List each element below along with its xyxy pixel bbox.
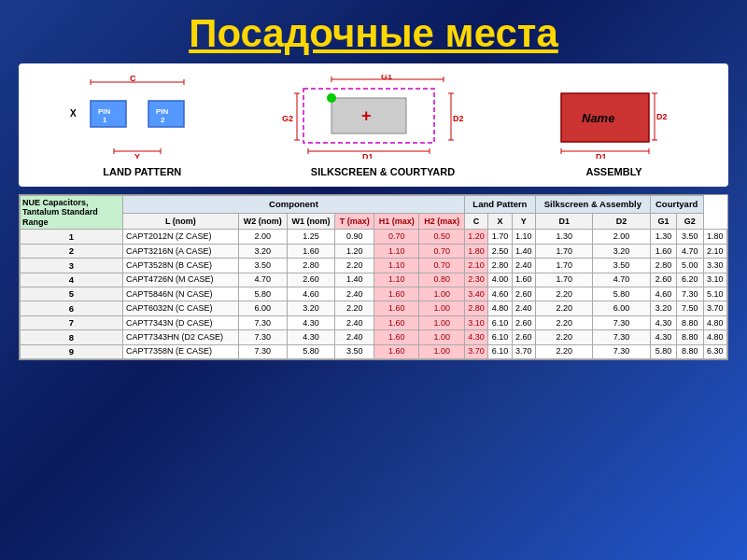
land-header: Land Pattern — [464, 196, 535, 214]
L-val: 2.00 — [238, 230, 287, 244]
W1-val: 2.40 — [335, 330, 374, 344]
W2-val: 4.60 — [287, 287, 335, 301]
svg-text:D2: D2 — [453, 114, 464, 123]
T-val: 0.70 — [374, 230, 419, 244]
C-val: 6.10 — [488, 330, 512, 344]
L-val: 7.30 — [238, 344, 287, 358]
D1-val: 3.20 — [593, 244, 650, 258]
row-number: 4 — [21, 273, 123, 287]
svg-text:C: C — [130, 75, 136, 83]
land-name: CAPT3216N (A CASE) — [123, 244, 239, 258]
Y-val: 1.70 — [535, 273, 592, 287]
L-val: 4.70 — [238, 273, 287, 287]
svg-text:G1: G1 — [381, 75, 392, 81]
land-pattern-diagram: X C Y PIN 1 PIN 2 LAND PATTERN — [63, 75, 221, 177]
D1-val: 3.50 — [593, 259, 650, 273]
T-val: 1.60 — [374, 330, 419, 344]
Y-val: 2.20 — [535, 330, 592, 344]
H2-val: 3.40 — [464, 287, 487, 301]
G1-val: 8.80 — [677, 315, 703, 329]
W1-val: 3.50 — [335, 344, 374, 358]
page-title: Посадочные места — [0, 0, 747, 63]
col-Y: Y — [512, 213, 535, 230]
col-G2: G2 — [677, 213, 703, 230]
H1-val: 1.00 — [419, 301, 464, 315]
assembly-label: ASSEMBLY — [544, 166, 684, 177]
table-row: 8CAPT7343HN (D2 CASE)7.304.302.401.601.0… — [21, 330, 727, 344]
courtyard-header: Courtyard — [650, 196, 703, 214]
land-name: CAPT5846N (N CASE) — [123, 287, 239, 301]
X-val: 2.40 — [512, 259, 535, 273]
W2-val: 1.25 — [287, 230, 335, 244]
H2-val: 2.80 — [464, 301, 487, 315]
T-val: 1.10 — [374, 244, 419, 258]
Y-val: 2.20 — [535, 315, 592, 329]
L-val: 7.30 — [238, 315, 287, 329]
C-val: 4.00 — [488, 273, 512, 287]
D1-val: 4.70 — [593, 273, 650, 287]
Y-val: 2.20 — [535, 344, 592, 358]
svg-text:+: + — [361, 106, 372, 125]
col-H1: H1 (max) — [374, 213, 419, 230]
C-val: 6.10 — [488, 315, 512, 329]
land-name: CAPT7343N (D CASE) — [123, 315, 239, 329]
table-row: 4CAPT4726N (M CASE)4.702.601.401.100.802… — [21, 273, 727, 287]
X-val: 2.60 — [512, 315, 535, 329]
H2-val: 1.80 — [464, 244, 487, 258]
capacitors-table: NUE Capacitors, Tantalum Standard Range … — [20, 195, 727, 359]
W1-val: 2.40 — [335, 287, 374, 301]
X-val: 3.70 — [512, 344, 535, 358]
X-val: 1.60 — [512, 273, 535, 287]
W2-val: 4.30 — [287, 330, 335, 344]
G2-val: 4.80 — [703, 330, 726, 344]
D2-val: 1.30 — [650, 230, 676, 244]
G1-val: 7.30 — [677, 287, 703, 301]
silk-header: Silkscreen & Assembly — [535, 196, 650, 214]
G1-val: 5.00 — [677, 259, 703, 273]
svg-text:PIN: PIN — [156, 107, 169, 116]
row-number: 7 — [21, 315, 123, 329]
svg-text:Y: Y — [134, 152, 140, 159]
G2-val: 2.10 — [703, 244, 726, 258]
svg-text:2: 2 — [161, 116, 165, 124]
G2-val: 1.80 — [703, 230, 726, 244]
L-val: 5.80 — [238, 287, 287, 301]
D1-val: 5.80 — [593, 287, 650, 301]
G2-val: 5.10 — [703, 287, 726, 301]
H1-val: 0.50 — [419, 230, 464, 244]
G1-val: 8.80 — [677, 344, 703, 358]
Y-val: 1.70 — [535, 244, 592, 258]
svg-text:G2: G2 — [282, 114, 293, 123]
W2-val: 4.30 — [287, 315, 335, 329]
col-X: X — [488, 213, 512, 230]
land-name: CAPT4726N (M CASE) — [123, 273, 239, 287]
T-val: 1.60 — [374, 287, 419, 301]
H2-val: 4.30 — [464, 330, 487, 344]
H1-val: 1.00 — [419, 344, 464, 358]
D2-val: 1.60 — [650, 244, 676, 258]
H1-val: 1.00 — [419, 287, 464, 301]
component-header: Component — [123, 196, 465, 214]
D2-val: 4.30 — [650, 315, 676, 329]
D1-val: 7.30 — [593, 344, 650, 358]
col-L: L (nom) — [123, 213, 239, 230]
H1-val: 0.70 — [419, 259, 464, 273]
G2-val: 3.30 — [703, 259, 726, 273]
D1-val: 6.00 — [593, 301, 650, 315]
H2-val: 2.10 — [464, 259, 487, 273]
D2-val: 4.30 — [650, 330, 676, 344]
T-val: 1.60 — [374, 315, 419, 329]
data-table-wrapper: NUE Capacitors, Tantalum Standard Range … — [19, 194, 728, 360]
W2-val: 1.60 — [287, 244, 335, 258]
col-W2: W2 (nom) — [238, 213, 287, 230]
row-number: 2 — [21, 244, 123, 258]
table-row: 6CAPT6032N (C CASE)6.003.202.201.601.002… — [21, 301, 727, 315]
G2-val: 4.80 — [703, 315, 726, 329]
diagram-row: X C Y PIN 1 PIN 2 LAND PATTERN — [34, 75, 713, 177]
G1-val: 4.70 — [677, 244, 703, 258]
W1-val: 0.90 — [335, 230, 374, 244]
Y-val: 1.70 — [535, 259, 592, 273]
land-pattern-label: LAND PATTERN — [63, 166, 221, 177]
row-number: 1 — [21, 230, 123, 244]
diagram-area: X C Y PIN 1 PIN 2 LAND PATTERN — [19, 63, 728, 187]
